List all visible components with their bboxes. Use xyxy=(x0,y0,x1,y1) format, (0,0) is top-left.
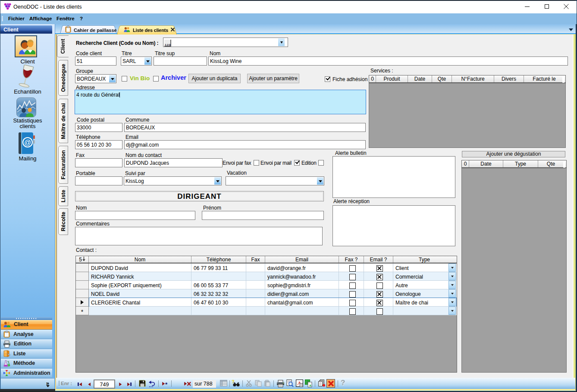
svg-text:*: * xyxy=(165,381,168,386)
svg-text:@: @ xyxy=(24,139,31,146)
svg-text:a: a xyxy=(310,384,311,387)
